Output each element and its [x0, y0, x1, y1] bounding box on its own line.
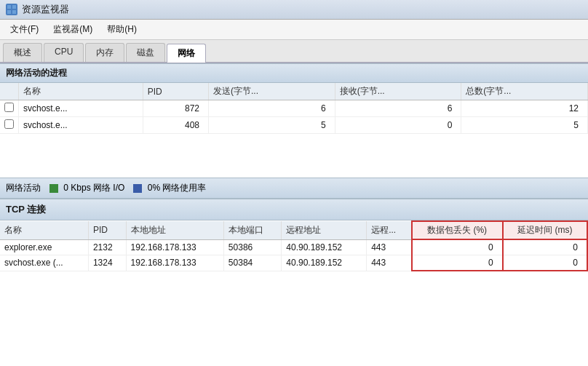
proc-total-2: 5: [461, 117, 588, 134]
usage-legend-text: 0% 网络使用率: [148, 183, 207, 193]
row-checkbox[interactable]: [0, 117, 19, 134]
app-title: 资源监视器: [22, 3, 69, 16]
tcp-localaddr-2: 192.168.178.133: [126, 255, 223, 271]
process-table-container: 名称 PID 发送(字节... 接收(字节... 总数(字节... svchos…: [0, 83, 588, 178]
usage-legend: 0% 网络使用率: [133, 182, 206, 194]
tcp-col-remoteport: 远程...: [367, 221, 412, 239]
col-name: 名称: [19, 83, 143, 100]
tcp-remoteport-1: 443: [367, 239, 412, 255]
tcp-localaddr-1: 192.168.178.133: [126, 239, 223, 255]
tcp-localport-1: 50386: [223, 239, 281, 255]
tab-disk[interactable]: 磁盘: [126, 43, 165, 62]
app-icon: [6, 4, 17, 15]
proc-recv-2: 0: [335, 117, 461, 134]
tcp-remoteaddr-1: 40.90.189.152: [282, 239, 367, 255]
proc-pid-1: 872: [143, 100, 208, 117]
proc-total-1: 12: [461, 100, 588, 117]
tcp-col-pid: PID: [88, 221, 126, 239]
table-row[interactable]: svchost.e... 408 5 0 5: [0, 117, 588, 134]
tcp-latency-1: 0: [503, 239, 587, 255]
menu-help[interactable]: 帮助(H): [100, 21, 144, 38]
tcp-packetloss-2: 0: [412, 255, 503, 271]
tcp-remoteaddr-2: 40.90.189.152: [282, 255, 367, 271]
tab-overview[interactable]: 概述: [3, 43, 42, 62]
main-content: 网络活动的进程 名称 PID 发送(字节... 接收(字节... 总数(字节..…: [0, 63, 588, 366]
menu-monitor[interactable]: 监视器(M): [46, 21, 100, 38]
svg-rect-1: [12, 5, 16, 9]
tcp-remoteport-2: 443: [367, 255, 412, 271]
network-activity-bar: 网络活动 0 Kbps 网络 I/O 0% 网络使用率: [0, 178, 588, 199]
table-row[interactable]: svchost.e... 872 6 6 12: [0, 100, 588, 117]
tcp-col-remoteaddr: 远程地址: [282, 221, 367, 239]
col-total: 总数(字节...: [461, 83, 588, 100]
tcp-row-1[interactable]: explorer.exe 2132 192.168.178.133 50386 …: [0, 239, 587, 255]
tcp-row-2[interactable]: svchost.exe (... 1324 192.168.178.133 50…: [0, 255, 587, 271]
tab-network[interactable]: 网络: [167, 44, 206, 63]
proc-name-2: svchost.e...: [19, 117, 143, 134]
proc-recv-1: 6: [335, 100, 461, 117]
col-pid: PID: [143, 83, 208, 100]
row-checkbox[interactable]: [0, 100, 19, 117]
tcp-pid-1: 2132: [88, 239, 126, 255]
tcp-section-header: TCP 连接: [0, 199, 588, 220]
tcp-col-packetloss: 数据包丢失 (%): [412, 221, 503, 239]
tcp-latency-2: 0: [503, 255, 587, 271]
tcp-pid-2: 1324: [88, 255, 126, 271]
tcp-localport-2: 50384: [223, 255, 281, 271]
process-table: 名称 PID 发送(字节... 接收(字节... 总数(字节... svchos…: [0, 83, 588, 134]
tcp-col-localport: 本地端口: [223, 221, 281, 239]
proc-pid-2: 408: [143, 117, 208, 134]
tcp-section: TCP 连接 名称 PID 本地地址 本地端口 远程地址 远程... 数据包丢失…: [0, 199, 588, 271]
proc-sent-2: 5: [209, 117, 335, 134]
tcp-name-1: explorer.exe: [0, 239, 88, 255]
tcp-col-latency: 延迟时间 (ms): [503, 221, 587, 239]
io-legend-box: [49, 184, 58, 193]
tcp-col-localaddr: 本地地址: [126, 221, 223, 239]
tab-cpu[interactable]: CPU: [44, 43, 84, 62]
tcp-col-name: 名称: [0, 221, 88, 239]
usage-legend-box: [133, 184, 142, 193]
tab-bar: 概述 CPU 内存 磁盘 网络: [0, 40, 588, 63]
svg-rect-3: [12, 10, 16, 14]
svg-rect-2: [7, 10, 11, 14]
tab-memory[interactable]: 内存: [85, 43, 124, 62]
tcp-table: 名称 PID 本地地址 本地端口 远程地址 远程... 数据包丢失 (%) 延迟…: [0, 220, 588, 271]
io-legend-text: 0 Kbps 网络 I/O: [63, 183, 124, 193]
tcp-name-2: svchost.exe (...: [0, 255, 88, 271]
io-legend: 0 Kbps 网络 I/O: [49, 182, 124, 194]
process-section-header: 网络活动的进程: [0, 63, 588, 83]
proc-sent-1: 6: [209, 100, 335, 117]
network-activity-label: 网络活动: [6, 182, 41, 194]
proc-name-1: svchost.e...: [19, 100, 143, 117]
col-sent: 发送(字节...: [209, 83, 335, 100]
col-checkbox: [0, 83, 19, 100]
title-bar: 资源监视器: [0, 0, 588, 20]
col-received: 接收(字节...: [335, 83, 461, 100]
menu-bar: 文件(F) 监视器(M) 帮助(H): [0, 20, 588, 40]
tcp-packetloss-1: 0: [412, 239, 503, 255]
menu-file[interactable]: 文件(F): [3, 21, 46, 38]
svg-rect-0: [7, 5, 11, 9]
